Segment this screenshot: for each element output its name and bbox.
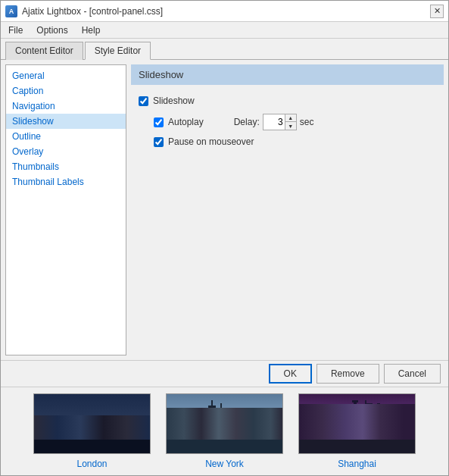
pause-checkbox[interactable] [154, 137, 164, 147]
svg-rect-1 [34, 438, 151, 454]
svg-rect-64 [335, 414, 335, 415]
sidebar-item-outline[interactable]: Outline [6, 129, 126, 144]
app-icon: A [5, 5, 17, 17]
main-window: A Ajatix Lightbox - [control-panel.css] … [0, 0, 449, 476]
pause-label: Pause on mouseover [168, 136, 254, 147]
svg-rect-36 [228, 415, 229, 416]
svg-rect-8 [70, 415, 80, 440]
svg-rect-46 [375, 409, 382, 438]
close-button[interactable]: ✕ [430, 5, 444, 18]
svg-rect-29 [263, 423, 271, 438]
menu-help[interactable]: Help [79, 24, 104, 36]
svg-rect-50 [309, 417, 318, 438]
autoplay-checkbox[interactable] [154, 117, 164, 127]
main-content: General Caption Navigation Slideshow Out… [1, 60, 448, 360]
svg-rect-48 [377, 403, 380, 407]
slideshow-row: Slideshow [139, 96, 436, 106]
svg-rect-57 [391, 417, 402, 438]
spin-down-button[interactable]: ▼ [285, 122, 296, 130]
svg-rect-9 [106, 415, 115, 440]
svg-rect-65 [299, 438, 416, 439]
sidebar-item-caption[interactable]: Caption [6, 83, 126, 99]
svg-rect-55 [347, 417, 353, 438]
svg-rect-25 [197, 417, 207, 438]
svg-rect-6 [43, 420, 49, 438]
svg-rect-47 [376, 406, 381, 410]
svg-rect-32 [220, 403, 222, 409]
title-bar: A Ajatix Lightbox - [control-panel.css] … [1, 1, 448, 22]
svg-point-13 [124, 421, 126, 422]
svg-rect-15 [34, 438, 151, 439]
sidebar-item-slideshow[interactable]: Slideshow [6, 114, 126, 129]
svg-rect-17 [167, 438, 283, 454]
thumbnail-shanghai-label[interactable]: Shanghai [338, 459, 376, 469]
svg-rect-44 [366, 403, 373, 438]
thumbnails-section: London [1, 387, 448, 475]
svg-rect-35 [219, 411, 220, 412]
svg-rect-19 [174, 418, 182, 438]
ok-button[interactable]: OK [269, 364, 312, 384]
svg-rect-30 [273, 424, 283, 438]
thumbnail-newyork-label[interactable]: New York [205, 459, 244, 469]
sidebar-item-general[interactable]: General [6, 68, 126, 83]
content-panel: Slideshow Slideshow Autoplay [131, 64, 444, 355]
cancel-button[interactable]: Cancel [384, 364, 441, 384]
spin-up-button[interactable]: ▲ [285, 114, 296, 122]
svg-rect-38 [299, 394, 416, 454]
svg-rect-10 [121, 423, 133, 438]
thumbnail-london-label[interactable]: London [76, 459, 107, 469]
svg-point-14 [98, 427, 99, 429]
svg-rect-11 [131, 421, 146, 438]
svg-rect-28 [254, 421, 263, 438]
action-bar: OK Remove Cancel [1, 360, 448, 387]
delay-input-wrap: 3 ▲ ▼ [263, 114, 297, 130]
thumbnail-newyork-image[interactable] [166, 393, 283, 454]
svg-rect-52 [323, 415, 333, 438]
menu-file[interactable]: File [5, 24, 26, 36]
delay-label: Delay: [234, 117, 260, 127]
sidebar-item-overlay[interactable]: Overlay [6, 144, 126, 159]
remove-button[interactable]: Remove [316, 364, 379, 384]
svg-rect-26 [237, 415, 245, 438]
svg-point-12 [56, 422, 58, 424]
tab-style-editor[interactable]: Style Editor [85, 42, 151, 60]
svg-rect-58 [401, 421, 409, 438]
svg-point-61 [354, 425, 357, 427]
svg-rect-54 [339, 414, 348, 438]
svg-rect-21 [189, 413, 195, 438]
svg-rect-56 [384, 413, 393, 438]
sidebar-item-thumbnail-labels[interactable]: Thumbnail Labels [6, 174, 126, 189]
svg-rect-27 [246, 418, 252, 438]
autoplay-label: Autoplay [168, 117, 204, 127]
svg-rect-22 [208, 406, 216, 438]
panel-header: Slideshow [131, 64, 444, 85]
delay-input[interactable]: 3 [263, 114, 285, 130]
svg-rect-0 [34, 394, 151, 454]
sec-label: sec [300, 117, 314, 127]
sidebar-item-navigation[interactable]: Navigation [6, 99, 126, 114]
sub-options: Autoplay Delay: 3 ▲ ▼ sec [139, 114, 436, 147]
svg-rect-4 [108, 417, 114, 430]
spin-buttons: ▲ ▼ [285, 114, 296, 130]
svg-rect-51 [316, 419, 324, 438]
svg-point-42 [352, 423, 358, 429]
delay-group: Delay: 3 ▲ ▼ sec [234, 114, 314, 130]
thumbnail-shanghai-image[interactable] [298, 393, 416, 454]
thumbnail-london-image[interactable] [33, 393, 151, 454]
menu-bar: File Options Help [1, 22, 448, 39]
tab-bar: Content Editor Style Editor [1, 39, 448, 60]
slideshow-label: Slideshow [153, 96, 195, 106]
autoplay-delay-row: Autoplay Delay: 3 ▲ ▼ sec [154, 114, 436, 130]
slideshow-checkbox[interactable] [139, 96, 148, 106]
svg-rect-5 [38, 424, 51, 438]
svg-rect-7 [51, 426, 60, 438]
thumbnail-london: London [33, 393, 151, 469]
menu-options[interactable]: Options [33, 24, 70, 36]
svg-rect-63 [376, 411, 376, 412]
svg-rect-39 [299, 438, 416, 454]
svg-rect-23 [217, 408, 225, 438]
tab-content-editor[interactable]: Content Editor [5, 42, 83, 60]
panel-body: Slideshow Autoplay Delay: 3 [131, 92, 444, 150]
svg-rect-31 [211, 400, 213, 406]
sidebar-item-thumbnails[interactable]: Thumbnails [6, 159, 126, 174]
